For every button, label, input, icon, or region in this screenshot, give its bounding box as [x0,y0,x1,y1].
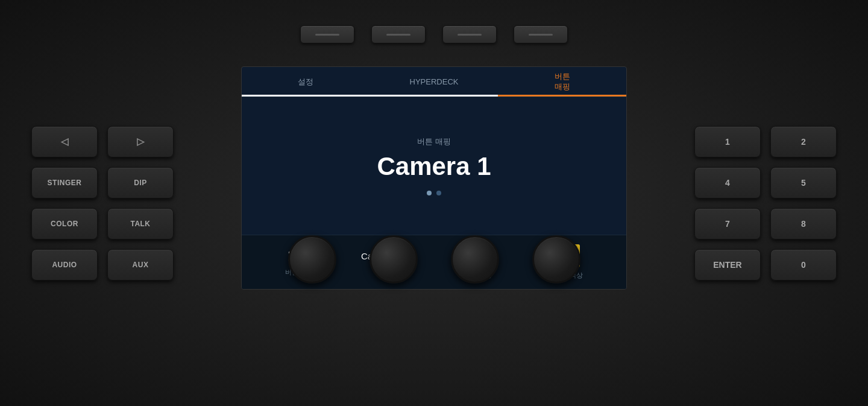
num-button-7[interactable]: 7 [694,208,761,239]
top-btn-line-3 [458,34,482,36]
pagination-dots [427,191,441,195]
tab-hyperdeck-indicator [370,95,498,97]
tab-settings[interactable]: 설정 [242,67,370,97]
num-button-8[interactable]: 8 [770,208,837,239]
tab-settings-indicator [242,95,370,97]
num-label-4: 4 [725,178,730,188]
right-panel: 1 2 4 5 7 8 ENTER 0 [663,0,868,406]
num-label-2: 2 [801,137,806,147]
num-button-2[interactable]: 2 [770,126,837,157]
knob-2[interactable] [370,235,418,284]
right-row-2: 4 5 [694,167,837,198]
tab-button-mapping-indicator [498,95,626,97]
num-button-5[interactable]: 5 [770,167,837,198]
top-button-1[interactable] [300,25,354,43]
right-row-4: ENTER 0 [694,249,837,281]
num-label-8: 8 [801,219,806,229]
stinger-button[interactable]: STINGER [31,167,98,198]
num-label-7: 7 [725,219,730,229]
tab-hyperdeck-label: HYPERDECK [410,77,459,86]
top-button-2[interactable] [371,25,426,43]
enter-button[interactable]: ENTER [694,249,761,281]
talk-button[interactable]: TALK [107,208,174,239]
color-label: COLOR [51,220,78,228]
audio-label: AUDIO [52,261,77,269]
top-buttons-row [300,25,568,43]
dot-2 [436,191,441,195]
left-panel: ◁ ▷ STINGER DIP COLOR TALK AUDIO AUX [0,0,205,406]
dip-label: DIP [134,179,147,187]
content-subtitle: 버튼 매핑 [417,136,451,147]
enter-label: ENTER [713,260,741,270]
right-row-3: 7 8 [694,208,837,239]
tab-button-mapping[interactable]: 버튼 매핑 [498,67,626,97]
content-title: Camera 1 [377,152,491,181]
aux-button[interactable]: AUX [107,249,174,281]
play-button[interactable]: ▷ [107,126,174,157]
screen-content: 버튼 매핑 Camera 1 [242,97,626,235]
left-row-transport: ◁ ▷ [31,126,174,157]
knob-1[interactable] [288,235,336,284]
tab-button-mapping-label: 버튼 매핑 [555,72,570,92]
top-btn-line-1 [315,34,339,36]
tab-hyperdeck[interactable]: HYPERDECK [370,67,498,97]
talk-label: TALK [130,220,150,228]
knobs-area [241,235,627,284]
dot-1 [427,191,432,195]
num-button-0[interactable]: 0 [770,249,837,281]
num-label-5: 5 [801,178,806,188]
dip-button[interactable]: DIP [107,167,174,198]
num-label-0: 0 [801,260,806,270]
top-btn-line-2 [386,34,410,36]
top-button-3[interactable] [442,25,497,43]
top-btn-line-4 [529,34,553,36]
color-button[interactable]: COLOR [31,208,98,239]
tab-settings-label: 설정 [298,77,313,87]
audio-button[interactable]: AUDIO [31,249,98,281]
num-button-4[interactable]: 4 [694,167,761,198]
num-button-1[interactable]: 1 [694,126,761,157]
knob-4[interactable] [532,235,580,284]
aux-label: AUX [133,261,149,269]
screen-wrapper: 설정 HYPERDECK 버튼 매핑 버튼 매핑 Camera 1 [241,66,627,290]
left-row-2: STINGER DIP [31,167,174,198]
tab-bar: 설정 HYPERDECK 버튼 매핑 [242,67,626,97]
right-row-1: 1 2 [694,126,837,157]
rewind-button[interactable]: ◁ [31,126,98,157]
num-label-1: 1 [725,137,730,147]
left-row-3: COLOR TALK [31,208,174,239]
play-icon: ▷ [137,136,145,147]
left-row-4: AUDIO AUX [31,249,174,281]
knob-3[interactable] [451,235,499,284]
rewind-icon: ◁ [61,136,69,147]
stinger-label: STINGER [48,179,82,187]
top-button-4[interactable] [514,25,568,43]
